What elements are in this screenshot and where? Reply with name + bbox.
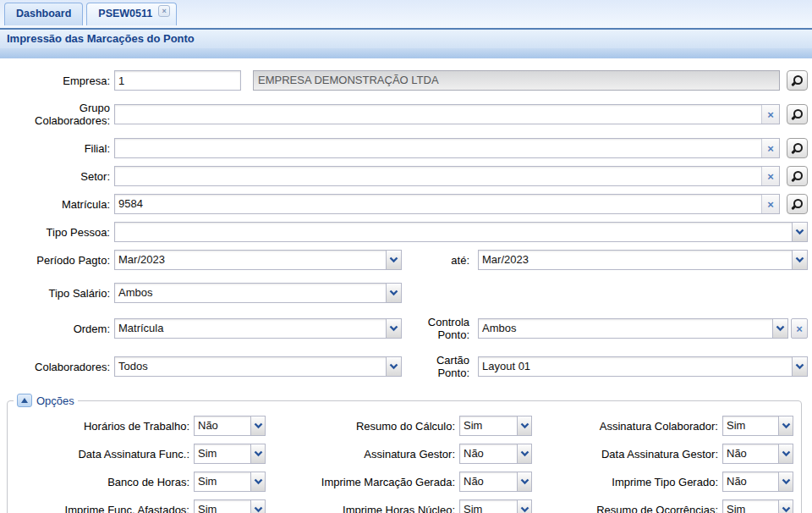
tab-dashboard[interactable]: Dashboard xyxy=(4,3,83,25)
row-tipo-salario: Tipo Salário: Ambos xyxy=(0,283,808,303)
controla-ponto-combo[interactable]: Ambos xyxy=(478,318,788,339)
tab-psew0511[interactable]: PSEW0511 × xyxy=(86,3,177,25)
chevron-down-icon[interactable] xyxy=(517,472,531,491)
periodo-pagto-value: Mar/2023 xyxy=(115,251,386,269)
data-assinatura-gestor-label: Data Assinatura Gestor: xyxy=(536,448,718,461)
chevron-down-icon[interactable] xyxy=(250,444,265,463)
chevron-down-icon[interactable] xyxy=(772,319,787,338)
imprime-horas-nucleo-combo[interactable]: Sim xyxy=(459,499,532,513)
clear-icon[interactable]: × xyxy=(761,167,779,185)
chevron-down-icon[interactable] xyxy=(778,500,793,513)
search-icon xyxy=(792,75,803,86)
chevron-down-icon[interactable] xyxy=(250,416,265,435)
setor-label: Setor: xyxy=(0,170,114,183)
grupo-colaboradores-label: Grupo Colaboradores: xyxy=(0,102,114,127)
periodo-pagto-combo[interactable]: Mar/2023 xyxy=(114,250,402,270)
empresa-code-input[interactable] xyxy=(114,70,241,91)
banco-de-horas-combo[interactable]: Sim xyxy=(194,472,266,492)
triangle-up-icon xyxy=(21,398,28,403)
chevron-down-icon[interactable] xyxy=(386,284,401,302)
setor-search-button[interactable] xyxy=(787,166,808,186)
cartao-ponto-value: Layout 01 xyxy=(479,357,792,376)
imprime-marcacao-gerada-combo[interactable]: Não xyxy=(459,472,532,492)
ate-value: Mar/2023 xyxy=(479,251,792,269)
chevron-down-icon[interactable] xyxy=(778,416,793,435)
grupo-colaboradores-field[interactable]: × xyxy=(114,104,780,124)
assinatura-colaborador-value: Sim xyxy=(723,416,778,435)
ate-combo[interactable]: Mar/2023 xyxy=(478,250,808,270)
filial-label: Filial: xyxy=(0,142,114,155)
matricula-field[interactable]: 9584 × xyxy=(114,194,780,214)
grupo-colaboradores-value xyxy=(115,105,761,124)
assinatura-colaborador-combo[interactable]: Sim xyxy=(722,416,793,436)
resumo-do-calculo-combo[interactable]: Sim xyxy=(459,416,532,436)
resumo-do-calculo-value: Sim xyxy=(460,416,517,435)
chevron-down-icon[interactable] xyxy=(517,444,531,463)
assinatura-gestor-value: Não xyxy=(460,444,517,463)
clear-icon[interactable]: × xyxy=(761,105,779,124)
empresa-search-button[interactable] xyxy=(787,70,808,91)
imprime-func-afastados-label: Imprime Func. Afastados: xyxy=(13,504,189,513)
chevron-down-icon[interactable] xyxy=(778,472,793,491)
clear-icon[interactable]: × xyxy=(761,195,779,213)
cartao-ponto-label: Cartão Ponto: xyxy=(402,354,474,379)
imprime-horas-nucleo-value: Sim xyxy=(460,500,517,513)
data-assinatura-gestor-combo[interactable]: Não xyxy=(722,444,793,464)
filial-value xyxy=(115,139,761,157)
matricula-label: Matrícula: xyxy=(0,198,114,211)
clear-icon[interactable]: × xyxy=(761,139,779,157)
tipo-pessoa-combo[interactable] xyxy=(114,222,808,242)
row-colaboradores: Colaboradores: Todos Cartão Ponto: Layou… xyxy=(0,354,808,379)
tab-close-icon[interactable]: × xyxy=(158,5,170,17)
collapse-button[interactable] xyxy=(17,394,32,407)
imprime-func-afastados-combo[interactable]: Sim xyxy=(194,499,266,513)
chevron-down-icon[interactable] xyxy=(386,251,401,269)
horarios-de-trabalho-label: Horários de Trabalho: xyxy=(13,420,189,433)
row-filial: Filial: × xyxy=(0,138,808,158)
chevron-down-icon[interactable] xyxy=(386,357,401,376)
opcoes-grid: Horários de Trabalho: Não Resumo do Cálc… xyxy=(13,416,794,513)
cartao-ponto-combo[interactable]: Layout 01 xyxy=(478,356,808,377)
resumo-de-ocorrencias-combo[interactable]: Sim xyxy=(722,499,793,513)
data-assinatura-func-combo[interactable]: Sim xyxy=(194,444,266,464)
page-title: Impressão das Marcações do Ponto xyxy=(0,28,812,48)
data-assinatura-func-value: Sim xyxy=(195,444,250,463)
matricula-search-button[interactable] xyxy=(787,194,808,214)
chevron-down-icon[interactable] xyxy=(250,472,265,491)
chevron-down-icon[interactable] xyxy=(792,223,807,241)
imprime-tipo-gerado-combo[interactable]: Não xyxy=(722,472,793,492)
search-icon xyxy=(792,143,803,154)
chevron-down-icon[interactable] xyxy=(386,319,401,338)
grupo-colaboradores-search-button[interactable] xyxy=(787,104,808,124)
header-sub-band xyxy=(0,48,812,58)
tipo-salario-combo[interactable]: Ambos xyxy=(114,283,402,303)
assinatura-gestor-combo[interactable]: Não xyxy=(459,444,532,464)
chevron-down-icon[interactable] xyxy=(792,357,807,376)
tab-bar: Dashboard PSEW0511 × xyxy=(0,0,812,28)
periodo-pagto-label: Período Pagto: xyxy=(0,254,114,267)
setor-field[interactable]: × xyxy=(114,166,780,186)
ordem-combo[interactable]: Matrícula xyxy=(114,318,402,339)
resumo-de-ocorrencias-value: Sim xyxy=(723,500,778,513)
assinatura-gestor-label: Assinatura Gestor: xyxy=(270,448,455,461)
chevron-down-icon[interactable] xyxy=(517,500,531,513)
banco-de-horas-label: Banco de Horas: xyxy=(13,476,189,488)
row-empresa: Empresa: EMPRESA DEMONSTRAÇÃO LTDA xyxy=(0,70,808,91)
horarios-de-trabalho-value: Não xyxy=(195,416,250,435)
controla-ponto-clear-button[interactable]: × xyxy=(791,318,808,339)
data-assinatura-gestor-value: Não xyxy=(723,444,778,463)
chevron-down-icon[interactable] xyxy=(250,500,265,513)
ate-label: até: xyxy=(402,254,474,267)
imprime-tipo-gerado-label: Imprime Tipo Gerado: xyxy=(536,476,718,488)
chevron-down-icon[interactable] xyxy=(792,251,807,269)
resumo-de-ocorrencias-label: Resumo de Ocorrências: xyxy=(536,504,718,513)
horarios-de-trabalho-combo[interactable]: Não xyxy=(194,416,266,436)
row-matricula: Matrícula: 9584 × xyxy=(0,194,808,214)
filial-field[interactable]: × xyxy=(114,138,780,158)
chevron-down-icon[interactable] xyxy=(778,444,793,463)
controla-ponto-value: Ambos xyxy=(479,319,772,338)
imprime-tipo-gerado-value: Não xyxy=(723,472,778,491)
filial-search-button[interactable] xyxy=(787,138,808,158)
chevron-down-icon[interactable] xyxy=(517,416,531,435)
colaboradores-combo[interactable]: Todos xyxy=(114,356,402,377)
